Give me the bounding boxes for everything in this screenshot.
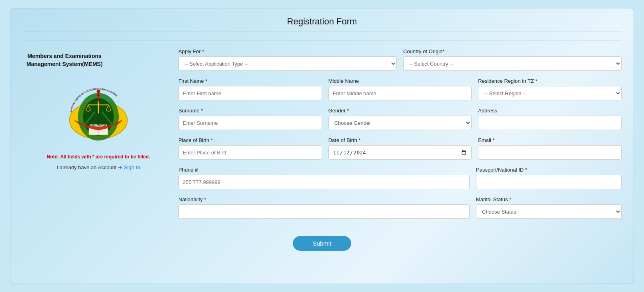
dob-group: Date of Birth * xyxy=(328,137,472,160)
place-of-birth-label: Place of Birth * xyxy=(178,137,322,143)
row-nationality-marital: Nationality * Marital Status * Choose St… xyxy=(178,196,622,219)
address-label: Address xyxy=(478,108,622,114)
row-surname-gender-address: Surname * Gender * Choose Gender Male Fe… xyxy=(178,108,622,130)
email-group: Email * xyxy=(478,137,622,160)
row-birth-email: Place of Birth * Date of Birth * Email * xyxy=(178,137,622,160)
address-input[interactable] xyxy=(478,116,622,130)
signin-section: I already have an Account ➜ Sign In xyxy=(57,164,140,170)
form-panel: Apply For * -- Select Application Type -… xyxy=(174,48,622,226)
apply-for-select[interactable]: -- Select Application Type -- xyxy=(178,56,397,71)
email-label: Email * xyxy=(478,137,622,143)
signin-arrow-icon: ➜ xyxy=(118,164,122,170)
phone-input[interactable] xyxy=(178,175,470,189)
phone-label: Phone # xyxy=(178,167,470,173)
phone-group: Phone # xyxy=(178,167,470,189)
svg-point-17 xyxy=(97,90,100,93)
middlename-group: Middle Name xyxy=(328,78,472,100)
nationality-input[interactable] xyxy=(178,204,470,219)
left-panel: Members and Examinations Management Syst… xyxy=(22,48,174,226)
submit-button[interactable]: Submit xyxy=(293,236,352,251)
main-container: Registration Form Members and Examinatio… xyxy=(10,8,634,284)
middlename-label: Middle Name xyxy=(328,78,472,84)
row-phone-passport: Phone # Passport/National ID * xyxy=(178,167,622,189)
country-select[interactable]: -- Select Country -- xyxy=(403,56,622,71)
marital-select[interactable]: Choose Status Single Married Divorced Wi… xyxy=(476,204,622,219)
logo-area: MSEMA KWELI NATIONAL BOARD OF ACCOUNTANT… xyxy=(62,74,134,146)
passport-input[interactable] xyxy=(476,175,622,189)
surname-group: Surname * xyxy=(178,108,322,130)
place-of-birth-input[interactable] xyxy=(178,145,322,160)
row-apply-country: Apply For * -- Select Application Type -… xyxy=(178,48,622,71)
submit-row: Submit xyxy=(22,236,622,251)
marital-group: Marital Status * Choose Status Single Ma… xyxy=(476,196,622,219)
email-input[interactable] xyxy=(478,145,622,160)
gender-label: Gender * xyxy=(328,108,472,114)
passport-group: Passport/National ID * xyxy=(476,167,622,189)
dob-input[interactable] xyxy=(328,145,472,160)
gender-group: Gender * Choose Gender Male Female xyxy=(328,108,472,130)
passport-label: Passport/National ID * xyxy=(476,167,622,173)
country-label: Country of Origin* xyxy=(403,48,622,54)
address-group: Address xyxy=(478,108,622,130)
middlename-input[interactable] xyxy=(328,86,472,100)
firstname-label: First Name * xyxy=(178,78,322,84)
country-group: Country of Origin* -- Select Country -- xyxy=(403,48,622,71)
dob-label: Date of Birth * xyxy=(328,137,472,143)
gender-select[interactable]: Choose Gender Male Female xyxy=(328,116,472,130)
svg-text:MSEMA KWELI: MSEMA KWELI xyxy=(90,124,107,126)
surname-input[interactable] xyxy=(178,116,322,130)
apply-for-group: Apply For * -- Select Application Type -… xyxy=(178,48,397,71)
required-note: Note: All fields with * are required to … xyxy=(47,154,150,160)
marital-label: Marital Status * xyxy=(476,196,622,202)
place-of-birth-group: Place of Birth * xyxy=(178,137,322,160)
firstname-group: First Name * xyxy=(178,78,322,100)
divider xyxy=(22,40,622,40)
firstname-input[interactable] xyxy=(178,86,322,100)
org-name: Members and Examinations Management Syst… xyxy=(22,52,103,68)
surname-label: Surname * xyxy=(178,108,322,114)
apply-for-label: Apply For * xyxy=(178,48,397,54)
page-title: Registration Form xyxy=(22,16,622,32)
region-group: Residence Region in TZ * -- Select Regio… xyxy=(478,78,622,100)
region-label: Residence Region in TZ * xyxy=(478,78,622,84)
region-select[interactable]: -- Select Region -- xyxy=(478,86,622,100)
org-logo: MSEMA KWELI NATIONAL BOARD OF ACCOUNTANT… xyxy=(64,76,132,144)
signin-link[interactable]: Sign In xyxy=(124,164,140,170)
top-section: Members and Examinations Management Syst… xyxy=(22,48,622,226)
nationality-group: Nationality * xyxy=(178,196,470,219)
nationality-label: Nationality * xyxy=(178,196,470,202)
row-names-region: First Name * Middle Name Residence Regio… xyxy=(178,78,622,100)
